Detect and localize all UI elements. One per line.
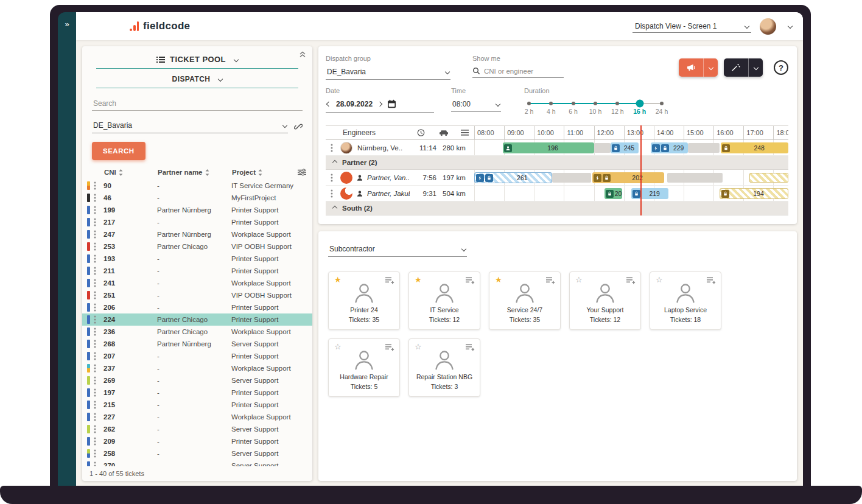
duration-stop-selected[interactable]: [636, 100, 643, 108]
ticket-menu-icon[interactable]: [94, 327, 103, 336]
megaphone-icon[interactable]: [679, 58, 703, 77]
schedule-block[interactable]: 194: [720, 188, 788, 199]
duration-option[interactable]: 12 h: [611, 108, 623, 115]
panel-collapse-button[interactable]: [299, 51, 306, 58]
user-menu-chevron-icon[interactable]: [788, 24, 793, 29]
duration-option[interactable]: 16 h: [633, 108, 646, 115]
link-icon[interactable]: [294, 122, 303, 131]
schedule-block[interactable]: 248: [721, 142, 788, 153]
favorite-star-icon[interactable]: ☆: [656, 276, 663, 284]
ticket-row[interactable]: 227-Workplace Support: [82, 411, 312, 423]
subcontractor-card[interactable]: ☆Laptop ServiceTickets: 18: [650, 271, 721, 330]
schedule-block[interactable]: 202: [592, 172, 664, 183]
subcontractor-card[interactable]: ★IT ServiceTickets: 12: [408, 271, 480, 330]
ticket-row[interactable]: 206-Printer Support: [82, 301, 312, 313]
ticket-row[interactable]: 193-Printer Support: [82, 253, 312, 265]
assign-list-icon[interactable]: [385, 277, 394, 284]
ticket-pool-selector[interactable]: TICKET POOL: [82, 55, 312, 64]
ticket-row[interactable]: 236Partner ChicagoWorkplace Support: [82, 326, 312, 338]
favorite-star-icon[interactable]: ☆: [415, 343, 422, 351]
ticket-menu-icon[interactable]: [94, 267, 103, 275]
duration-stop[interactable]: [549, 102, 553, 105]
calendar-icon[interactable]: [387, 99, 396, 108]
assign-list-icon[interactable]: [466, 344, 475, 351]
favorite-star-icon[interactable]: ★: [334, 276, 342, 284]
ticket-row[interactable]: 211-Printer Support: [82, 265, 312, 277]
ticket-menu-icon[interactable]: [94, 242, 103, 251]
ticket-menu-icon[interactable]: [94, 303, 103, 312]
ticket-search-input[interactable]: [92, 97, 303, 111]
column-header-partner[interactable]: Partner name: [158, 169, 232, 176]
subcontractor-card[interactable]: ☆Repair Station NBGTickets: 3: [408, 338, 480, 397]
duration-stop[interactable]: [572, 102, 575, 105]
auto-dispatch-dropdown-arrow[interactable]: [748, 58, 763, 77]
time-select[interactable]: 08:00: [451, 99, 501, 112]
ticket-row[interactable]: 270-Server Support: [82, 460, 312, 466]
ticket-row[interactable]: 269-Server Support: [82, 374, 312, 387]
favorite-star-icon[interactable]: ★: [495, 276, 502, 284]
ticket-menu-icon[interactable]: [94, 461, 103, 466]
assign-list-icon[interactable]: [385, 344, 394, 351]
column-header-cni[interactable]: CNI: [104, 169, 158, 176]
ticket-row[interactable]: 258-Server Support: [82, 447, 312, 460]
ticket-menu-icon[interactable]: [94, 291, 103, 299]
help-button[interactable]: ?: [774, 60, 788, 75]
schedule-block[interactable]: 229: [651, 142, 688, 153]
next-day-button[interactable]: [377, 101, 382, 106]
duration-stop[interactable]: [660, 102, 664, 105]
duration-slider[interactable]: 2 h4 h6 h10 h12 h16 h24 h: [529, 99, 662, 119]
ticket-menu-icon[interactable]: [94, 401, 103, 409]
ticket-row[interactable]: 197-Printer Support: [82, 387, 312, 399]
duration-stop[interactable]: [594, 102, 597, 105]
ticket-row[interactable]: 215-Printer Support: [82, 399, 312, 411]
row-menu-icon[interactable]: [331, 173, 333, 182]
duration-stop[interactable]: [527, 102, 531, 105]
duration-option[interactable]: 4 h: [547, 108, 556, 115]
ticket-menu-icon[interactable]: [94, 352, 103, 360]
ticket-menu-icon[interactable]: [94, 449, 103, 458]
ticket-row[interactable]: 253Partner ChicagoVIP OOBH Support: [82, 240, 312, 253]
subcontractor-card[interactable]: ★Service 24/7Tickets: 35: [489, 271, 561, 330]
announce-split-button[interactable]: [679, 58, 718, 77]
assign-list-icon[interactable]: [626, 277, 636, 284]
timeline-track[interactable]: 196245229248: [474, 140, 788, 155]
row-menu-icon[interactable]: [331, 144, 333, 152]
ticket-row[interactable]: 217-Printer Support: [82, 216, 312, 228]
duration-option[interactable]: 10 h: [589, 108, 601, 115]
date-value[interactable]: 28.09.2022: [336, 100, 373, 108]
subcontractor-card[interactable]: ☆Hardware RepairTickets: 5: [328, 338, 400, 397]
ticket-row[interactable]: 46-MyFirstProject: [82, 192, 312, 204]
ticket-menu-icon[interactable]: [94, 194, 103, 202]
assign-list-icon[interactable]: [546, 277, 555, 284]
timeline-track[interactable]: 261202: [474, 170, 788, 185]
row-menu-icon[interactable]: [331, 189, 333, 198]
duration-option[interactable]: 6 h: [569, 108, 578, 115]
ticket-row[interactable]: 251-VIP OOBH Support: [82, 289, 312, 301]
show-me-search[interactable]: [472, 66, 564, 78]
schedule-block[interactable]: 20: [604, 188, 622, 199]
ticket-menu-icon[interactable]: [94, 254, 103, 263]
ticket-menu-icon[interactable]: [94, 315, 103, 324]
search-button[interactable]: SEARCH: [92, 142, 145, 160]
ticket-row[interactable]: 90-IT Service Germany: [82, 180, 312, 192]
ticket-group-select[interactable]: DE_Bavaria: [92, 119, 288, 133]
timeline-section-header[interactable]: Partner (2): [326, 156, 788, 170]
ticket-row[interactable]: 268Partner NürnbergServer Support: [82, 338, 312, 350]
ticket-menu-icon[interactable]: [94, 230, 103, 239]
ticket-menu-icon[interactable]: [94, 279, 103, 287]
magic-wand-icon[interactable]: [724, 58, 748, 77]
ticket-row[interactable]: 241-Workplace Support: [82, 277, 312, 289]
ticket-menu-icon[interactable]: [94, 364, 103, 373]
view-selector[interactable]: Dispatch View - Screen 1: [632, 20, 751, 33]
announce-dropdown-arrow[interactable]: [703, 58, 718, 77]
filter-columns-icon[interactable]: [298, 169, 306, 176]
subcontractor-card[interactable]: ★Printer 24Tickets: 35: [328, 271, 400, 330]
ticket-menu-icon[interactable]: [94, 437, 103, 446]
schedule-block[interactable]: 196: [503, 142, 594, 153]
favorite-star-icon[interactable]: ☆: [575, 276, 583, 284]
favorite-star-icon[interactable]: ☆: [334, 343, 342, 351]
schedule-block[interactable]: 245: [611, 142, 639, 153]
ticket-menu-icon[interactable]: [94, 181, 103, 190]
ticket-menu-icon[interactable]: [94, 218, 103, 226]
ticket-menu-icon[interactable]: [94, 388, 103, 397]
